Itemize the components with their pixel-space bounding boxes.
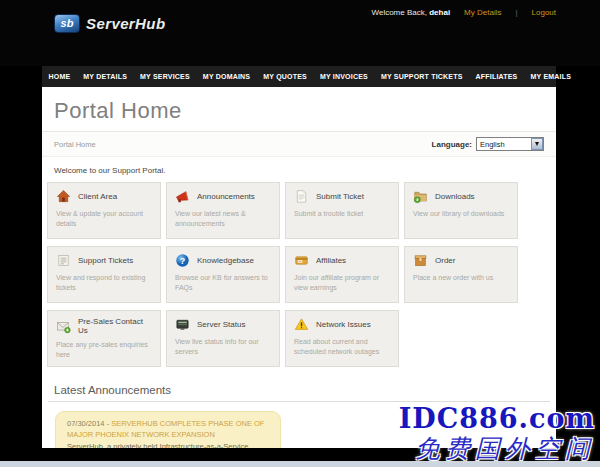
content-column: HOMEMY DETAILSMY SERVICESMY DOMAINSMY QU… (42, 66, 556, 448)
portal-box-description: View & update your account details (56, 209, 152, 229)
portal-boxes-grid: Client Area View & update your account d… (42, 178, 556, 374)
page-header: Portal Home (42, 87, 556, 132)
nav-item-my-services[interactable]: MY SERVICES (134, 66, 197, 87)
question-ball-icon: ? (175, 253, 190, 268)
portal-box-affiliates[interactable]: $$ Affiliates Join our affiliate program… (285, 246, 399, 303)
username: dehai (429, 8, 450, 17)
portal-box-description: Join our affiliate program or view earni… (294, 273, 390, 293)
nav-item-affiliates[interactable]: AFFILIATES (469, 66, 524, 87)
page-icon (294, 189, 309, 204)
page-title: Portal Home (54, 98, 544, 124)
portal-box-order[interactable]: Order Place a new order with us (404, 246, 518, 303)
portal-box-description: View our library of downloads (413, 209, 509, 219)
portal-box-server-status[interactable]: Server Status View live status info for … (166, 310, 280, 367)
portal-box-description: View and respond to existing tickets (56, 273, 152, 293)
portal-box-network-issues[interactable]: Network Issues Read about current and sc… (285, 310, 399, 367)
language-area: Language: English (432, 137, 544, 151)
package-icon (413, 253, 428, 268)
note-icon (56, 253, 71, 268)
latest-announcements-title: Latest Announcements (48, 384, 550, 402)
user-links: Welcome Back, dehai My Details | Logout (372, 8, 556, 17)
portal-box-knowledgebase[interactable]: ? Knowledgebase Browse our KB for answer… (166, 246, 280, 303)
welcome-prefix: Welcome Back, (372, 8, 427, 17)
portal-box-description: View live status info for our servers (175, 337, 271, 357)
folder-download-icon (413, 189, 428, 204)
nav-item-my-domains[interactable]: MY DOMAINS (196, 66, 256, 87)
top-bar: sb ServerHub Welcome Back, dehai My Deta… (0, 0, 600, 66)
portal-box-description: View our latest news & announcements (175, 209, 271, 229)
monitor-icon (175, 317, 190, 332)
portal-home-screen: sb ServerHub Welcome Back, dehai My Deta… (0, 0, 600, 467)
portal-box-title: Support Tickets (78, 256, 133, 265)
portal-box-pre-sales-contact-us[interactable]: Pre-Sales Contact Us Place any pre-sales… (47, 310, 161, 367)
main-panel: Portal Home Portal Home Language: Englis… (42, 87, 556, 448)
nav-item-my-support-tickets[interactable]: MY SUPPORT TICKETS (374, 66, 469, 87)
dropdown-arrow-icon[interactable] (531, 138, 543, 150)
portal-box-description: Submit a trouble ticket (294, 209, 390, 219)
language-label: Language: (432, 140, 472, 149)
bottom-strip (0, 461, 600, 467)
portal-box-client-area[interactable]: Client Area View & update your account d… (47, 182, 161, 239)
welcome-back-text: Welcome Back, dehai (372, 8, 451, 17)
announcement-item: 07/30/2014 - SERVERHUB COMPLETES PHASE O… (55, 411, 281, 448)
logo-text: ServerHub (86, 15, 165, 32)
breadcrumb-row: Portal Home Language: English (42, 132, 556, 157)
portal-box-title: Client Area (78, 192, 117, 201)
svg-text:$$: $$ (298, 259, 303, 264)
language-selected-value: English (477, 140, 505, 149)
nav-item-my-details[interactable]: MY DETAILS (77, 66, 134, 87)
portal-box-description: Read about current and scheduled network… (294, 337, 390, 357)
envelope-icon (56, 319, 71, 334)
nav-item-my-emails[interactable]: MY EMAILS (524, 66, 578, 87)
portal-box-title: Downloads (435, 192, 475, 201)
portal-box-title: Announcements (197, 192, 255, 201)
card-icon: $$ (294, 253, 309, 268)
portal-box-title: Server Status (197, 320, 245, 329)
portal-box-description: Place any pre-sales enquiries here (56, 340, 152, 360)
portal-box-title: Network Issues (316, 320, 371, 329)
serverhub-logo[interactable]: sb ServerHub (54, 14, 165, 33)
portal-box-title: Knowledgebase (197, 256, 254, 265)
nav-item-my-quotes[interactable]: MY QUOTES (257, 66, 314, 87)
svg-text:?: ? (180, 256, 185, 266)
logout-link[interactable]: Logout (532, 8, 556, 17)
nav-item-home[interactable]: HOME (42, 66, 77, 87)
portal-box-title: Affiliates (316, 256, 346, 265)
welcome-message: Welcome to our Support Portal. (42, 157, 556, 178)
breadcrumb[interactable]: Portal Home (54, 140, 96, 149)
announcement-excerpt: ServerHub, a privately held Infrastructu… (67, 442, 269, 448)
portal-box-title: Pre-Sales Contact Us (78, 317, 152, 335)
warning-icon (294, 317, 309, 332)
portal-box-description: Browse our KB for answers to FAQs (175, 273, 271, 293)
language-select[interactable]: English (476, 137, 544, 151)
serverhub-logo-icon: sb (54, 14, 80, 33)
link-separator: | (515, 8, 517, 17)
nav-item-my-invoices[interactable]: MY INVOICES (313, 66, 374, 87)
house-icon (56, 189, 71, 204)
portal-box-support-tickets[interactable]: Support Tickets View and respond to exis… (47, 246, 161, 303)
portal-box-description: Place a new order with us (413, 273, 509, 283)
announcements-list: 07/30/2014 - SERVERHUB COMPLETES PHASE O… (42, 411, 556, 448)
portal-box-title: Submit Ticket (316, 192, 364, 201)
main-nav: HOMEMY DETAILSMY SERVICESMY DOMAINSMY QU… (42, 66, 556, 87)
megaphone-icon (175, 189, 190, 204)
portal-box-announcements[interactable]: Announcements View our latest news & ann… (166, 182, 280, 239)
portal-box-title: Order (435, 256, 455, 265)
my-details-link[interactable]: My Details (464, 8, 501, 17)
portal-box-downloads[interactable]: Downloads View our library of downloads (404, 182, 518, 239)
portal-box-submit-ticket[interactable]: Submit Ticket Submit a trouble ticket (285, 182, 399, 239)
announcement-date: 07/30/2014 (67, 419, 105, 428)
